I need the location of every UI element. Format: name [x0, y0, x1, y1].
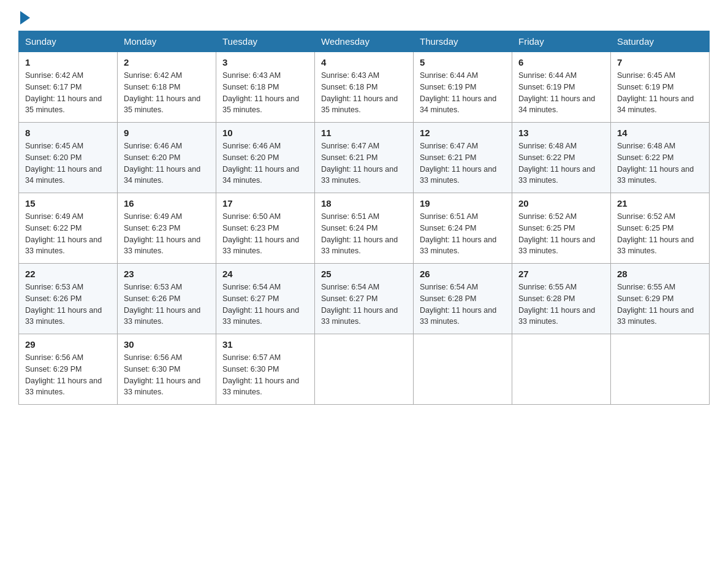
- day-info: Sunrise: 6:51 AMSunset: 6:24 PMDaylight:…: [321, 211, 407, 257]
- header-row: SundayMondayTuesdayWednesdayThursdayFrid…: [19, 31, 710, 52]
- day-number: 9: [124, 128, 210, 138]
- day-info: Sunrise: 6:50 AMSunset: 6:23 PMDaylight:…: [222, 211, 308, 257]
- calendar-cell: 11 Sunrise: 6:47 AMSunset: 6:21 PMDaylig…: [315, 123, 414, 193]
- day-info: Sunrise: 6:47 AMSunset: 6:21 PMDaylight:…: [321, 140, 407, 186]
- calendar-table: SundayMondayTuesdayWednesdayThursdayFrid…: [18, 31, 710, 405]
- weekday-header-thursday: Thursday: [414, 31, 512, 52]
- day-number: 31: [222, 339, 308, 350]
- week-row-5: 29 Sunrise: 6:56 AMSunset: 6:29 PMDaylig…: [19, 334, 710, 405]
- calendar-cell: 4 Sunrise: 6:43 AMSunset: 6:18 PMDayligh…: [315, 52, 414, 123]
- calendar-cell: 26 Sunrise: 6:54 AMSunset: 6:28 PMDaylig…: [414, 264, 512, 334]
- day-number: 18: [321, 198, 407, 209]
- calendar-cell: 16 Sunrise: 6:49 AMSunset: 6:23 PMDaylig…: [118, 193, 216, 264]
- day-info: Sunrise: 6:54 AMSunset: 6:27 PMDaylight:…: [222, 282, 308, 327]
- day-info: Sunrise: 6:42 AMSunset: 6:18 PMDaylight:…: [124, 70, 210, 116]
- day-info: Sunrise: 6:45 AMSunset: 6:20 PMDaylight:…: [25, 140, 111, 186]
- calendar-cell: [611, 334, 710, 405]
- weekday-header-wednesday: Wednesday: [315, 31, 414, 52]
- day-info: Sunrise: 6:57 AMSunset: 6:30 PMDaylight:…: [222, 352, 308, 398]
- calendar-cell: 18 Sunrise: 6:51 AMSunset: 6:24 PMDaylig…: [315, 193, 414, 264]
- day-info: Sunrise: 6:55 AMSunset: 6:28 PMDaylight:…: [518, 282, 604, 327]
- day-number: 28: [617, 269, 703, 279]
- day-number: 27: [518, 269, 604, 279]
- day-info: Sunrise: 6:56 AMSunset: 6:29 PMDaylight:…: [25, 352, 111, 398]
- calendar-cell: 17 Sunrise: 6:50 AMSunset: 6:23 PMDaylig…: [216, 193, 315, 264]
- calendar-cell: 24 Sunrise: 6:54 AMSunset: 6:27 PMDaylig…: [216, 264, 315, 334]
- day-number: 24: [222, 269, 308, 279]
- day-info: Sunrise: 6:43 AMSunset: 6:18 PMDaylight:…: [222, 70, 308, 116]
- calendar-cell: 1 Sunrise: 6:42 AMSunset: 6:17 PMDayligh…: [19, 52, 118, 123]
- calendar-cell: 21 Sunrise: 6:52 AMSunset: 6:25 PMDaylig…: [611, 193, 710, 264]
- calendar-cell: 20 Sunrise: 6:52 AMSunset: 6:25 PMDaylig…: [512, 193, 611, 264]
- day-number: 5: [420, 57, 506, 67]
- calendar-cell: 13 Sunrise: 6:48 AMSunset: 6:22 PMDaylig…: [512, 123, 611, 193]
- day-number: 23: [124, 269, 210, 279]
- calendar-cell: 10 Sunrise: 6:46 AMSunset: 6:20 PMDaylig…: [216, 123, 315, 193]
- day-number: 16: [124, 198, 210, 209]
- day-info: Sunrise: 6:44 AMSunset: 6:19 PMDaylight:…: [518, 70, 604, 116]
- day-info: Sunrise: 6:47 AMSunset: 6:21 PMDaylight:…: [420, 140, 506, 186]
- day-number: 7: [617, 57, 703, 67]
- calendar-cell: 14 Sunrise: 6:48 AMSunset: 6:22 PMDaylig…: [611, 123, 710, 193]
- day-info: Sunrise: 6:45 AMSunset: 6:19 PMDaylight:…: [617, 70, 703, 116]
- calendar-cell: 5 Sunrise: 6:44 AMSunset: 6:19 PMDayligh…: [414, 52, 512, 123]
- day-number: 22: [25, 269, 111, 279]
- day-number: 26: [420, 269, 506, 279]
- day-info: Sunrise: 6:49 AMSunset: 6:22 PMDaylight:…: [25, 211, 111, 257]
- day-info: Sunrise: 6:54 AMSunset: 6:27 PMDaylight:…: [321, 282, 407, 327]
- day-number: 3: [222, 57, 308, 67]
- weekday-header-friday: Friday: [512, 31, 611, 52]
- logo-arrow-icon: [20, 11, 30, 25]
- calendar-cell: 23 Sunrise: 6:53 AMSunset: 6:26 PMDaylig…: [118, 264, 216, 334]
- day-number: 25: [321, 269, 407, 279]
- day-info: Sunrise: 6:48 AMSunset: 6:22 PMDaylight:…: [617, 140, 703, 186]
- day-info: Sunrise: 6:48 AMSunset: 6:22 PMDaylight:…: [518, 140, 604, 186]
- calendar-cell: 22 Sunrise: 6:53 AMSunset: 6:26 PMDaylig…: [19, 264, 118, 334]
- day-info: Sunrise: 6:51 AMSunset: 6:24 PMDaylight:…: [420, 211, 506, 257]
- calendar-cell: 15 Sunrise: 6:49 AMSunset: 6:22 PMDaylig…: [19, 193, 118, 264]
- day-number: 2: [124, 57, 210, 67]
- day-number: 12: [420, 128, 506, 138]
- week-row-4: 22 Sunrise: 6:53 AMSunset: 6:26 PMDaylig…: [19, 264, 710, 334]
- day-info: Sunrise: 6:46 AMSunset: 6:20 PMDaylight:…: [124, 140, 210, 186]
- logo: [18, 12, 30, 25]
- calendar-cell: [512, 334, 611, 405]
- day-number: 30: [124, 339, 210, 350]
- calendar-cell: [315, 334, 414, 405]
- calendar-cell: 31 Sunrise: 6:57 AMSunset: 6:30 PMDaylig…: [216, 334, 315, 405]
- day-number: 29: [25, 339, 111, 350]
- day-number: 6: [518, 57, 604, 67]
- calendar-cell: 7 Sunrise: 6:45 AMSunset: 6:19 PMDayligh…: [611, 52, 710, 123]
- calendar-cell: 9 Sunrise: 6:46 AMSunset: 6:20 PMDayligh…: [118, 123, 216, 193]
- day-number: 1: [25, 57, 111, 67]
- calendar-cell: 8 Sunrise: 6:45 AMSunset: 6:20 PMDayligh…: [19, 123, 118, 193]
- week-row-3: 15 Sunrise: 6:49 AMSunset: 6:22 PMDaylig…: [19, 193, 710, 264]
- day-number: 21: [617, 198, 703, 209]
- calendar-cell: 27 Sunrise: 6:55 AMSunset: 6:28 PMDaylig…: [512, 264, 611, 334]
- calendar-cell: 6 Sunrise: 6:44 AMSunset: 6:19 PMDayligh…: [512, 52, 611, 123]
- day-number: 13: [518, 128, 604, 138]
- week-row-2: 8 Sunrise: 6:45 AMSunset: 6:20 PMDayligh…: [19, 123, 710, 193]
- day-number: 17: [222, 198, 308, 209]
- day-number: 19: [420, 198, 506, 209]
- weekday-header-saturday: Saturday: [611, 31, 710, 52]
- day-info: Sunrise: 6:53 AMSunset: 6:26 PMDaylight:…: [25, 282, 111, 327]
- week-row-1: 1 Sunrise: 6:42 AMSunset: 6:17 PMDayligh…: [19, 52, 710, 123]
- day-info: Sunrise: 6:56 AMSunset: 6:30 PMDaylight:…: [124, 352, 210, 398]
- day-number: 11: [321, 128, 407, 138]
- day-info: Sunrise: 6:44 AMSunset: 6:19 PMDaylight:…: [420, 70, 506, 116]
- day-number: 8: [25, 128, 111, 138]
- day-number: 4: [321, 57, 407, 67]
- day-number: 20: [518, 198, 604, 209]
- calendar-cell: 3 Sunrise: 6:43 AMSunset: 6:18 PMDayligh…: [216, 52, 315, 123]
- weekday-header-tuesday: Tuesday: [216, 31, 315, 52]
- calendar-cell: 25 Sunrise: 6:54 AMSunset: 6:27 PMDaylig…: [315, 264, 414, 334]
- weekday-header-monday: Monday: [118, 31, 216, 52]
- day-info: Sunrise: 6:46 AMSunset: 6:20 PMDaylight:…: [222, 140, 308, 186]
- day-info: Sunrise: 6:55 AMSunset: 6:29 PMDaylight:…: [617, 282, 703, 327]
- calendar-cell: 12 Sunrise: 6:47 AMSunset: 6:21 PMDaylig…: [414, 123, 512, 193]
- calendar-cell: 19 Sunrise: 6:51 AMSunset: 6:24 PMDaylig…: [414, 193, 512, 264]
- day-number: 15: [25, 198, 111, 209]
- calendar-cell: [414, 334, 512, 405]
- day-info: Sunrise: 6:43 AMSunset: 6:18 PMDaylight:…: [321, 70, 407, 116]
